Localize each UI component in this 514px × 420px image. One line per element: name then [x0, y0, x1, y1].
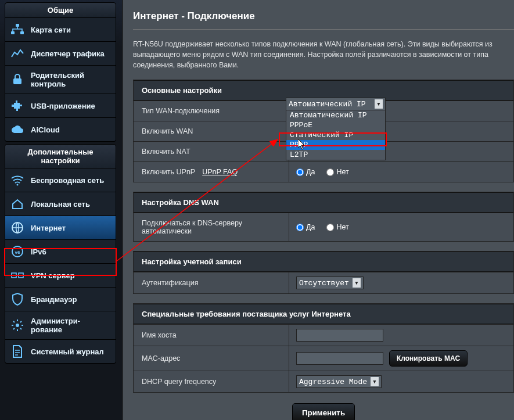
sidebar-item-label: Локальная сеть	[31, 200, 111, 209]
sidebar-item-label: Брандмауэр	[31, 295, 111, 304]
wan-type-dropdown[interactable]: Автоматический IP ▾ Автоматический IP PP…	[286, 98, 386, 160]
wan-type-selected[interactable]: Автоматический IP ▾	[286, 98, 386, 110]
sidebar-item-label: Интернет	[31, 224, 111, 232]
sidebar-item-admin[interactable]: Администри-рование	[5, 311, 116, 340]
vpn-icon	[10, 269, 25, 282]
sidebar-item-label: Карта сети	[31, 26, 111, 34]
gear-icon	[10, 319, 25, 332]
network-map-icon	[10, 23, 25, 36]
radio-label: Да	[306, 168, 315, 176]
option-auto-ip[interactable]: Автоматический IP	[286, 110, 385, 120]
globe-icon	[10, 221, 25, 234]
section-dns: Настройка DNS WAN	[134, 192, 513, 213]
radio-label: Нет	[336, 223, 348, 231]
cloud-icon	[10, 123, 25, 136]
section-acct: Настройка учетной записи	[134, 252, 513, 272]
sidebar-item-parental-control[interactable]: Родительский контроль	[5, 66, 116, 94]
clone-mac-button[interactable]: Клонировать MAC	[389, 350, 468, 367]
svg-point-4	[17, 184, 19, 186]
wan-type-options: Автоматический IP PPPoE Статический IP P…	[286, 110, 386, 160]
page-description: RT-N56U поддерживает несколько типов под…	[133, 30, 514, 80]
label-dns-auto: Подключаться к DNS-серверу автоматически	[134, 213, 289, 241]
sidebar-item-ipv6[interactable]: v6 IPv6	[5, 240, 116, 264]
sidebar-item-wireless[interactable]: Беспроводная сеть	[5, 168, 116, 192]
label-auth: Аутентификация	[134, 272, 289, 293]
svg-rect-1	[11, 31, 15, 34]
home-icon	[10, 198, 25, 210]
chevron-down-icon: ▾	[353, 278, 361, 288]
row-auth: Аутентификация Отсутствует ▾	[134, 272, 513, 293]
sidebar-item-label: IPv6	[31, 247, 111, 256]
traffic-icon	[10, 47, 25, 60]
shield-icon	[10, 293, 25, 306]
sidebar-item-label: USB-приложение	[31, 102, 111, 110]
upnp-faq-link[interactable]: UPnP FAQ	[202, 168, 238, 176]
sidebar-item-label: Диспетчер трафика	[31, 49, 111, 58]
radio-input[interactable]	[326, 168, 334, 176]
radio-upnp-no[interactable]: Нет	[326, 168, 348, 176]
radio-label: Да	[306, 223, 315, 231]
sidebar-item-network-map[interactable]: Карта сети	[5, 18, 116, 42]
sidebar-item-label: Беспроводная сеть	[31, 176, 111, 185]
sidebar-item-label: AiCloud	[31, 125, 111, 134]
radio-input[interactable]	[296, 224, 304, 231]
svg-rect-8	[12, 273, 16, 278]
svg-rect-3	[13, 78, 21, 84]
row-enable-upnp: Включить UPnP UPnP FAQ Да Нет	[134, 161, 513, 182]
chevron-down-icon: ▾	[375, 99, 383, 109]
hostname-input[interactable]	[296, 329, 383, 342]
auth-select-value: Отсутствует	[299, 279, 349, 288]
sidebar-item-lan[interactable]: Локальная сеть	[5, 192, 116, 216]
svg-rect-0	[16, 24, 19, 27]
sidebar-advanced-title: Дополнительные настройки	[5, 144, 116, 168]
option-pptp[interactable]: PPTP	[286, 140, 385, 150]
sidebar-item-vpn[interactable]: VPN сервер	[5, 264, 116, 288]
svg-rect-2	[20, 31, 24, 34]
label-enable-upnp: Включить UPnP	[142, 168, 195, 176]
section-isp: Специальные требования поставщика услуг …	[134, 304, 513, 324]
page-title: Интернет - Подключение	[133, 10, 514, 30]
chevron-down-icon: ▾	[371, 377, 379, 386]
apply-button[interactable]: Применить	[292, 403, 355, 420]
label-enable-wan: Включить WAN	[134, 121, 289, 141]
label-hostname: Имя хоста	[134, 325, 289, 346]
mac-input[interactable]	[296, 352, 383, 365]
sidebar-item-label: Системный журнал	[31, 347, 111, 356]
sidebar-item-label: Администри-рование	[31, 317, 111, 334]
svg-point-10	[16, 324, 19, 327]
wan-type-value: Автоматический IP	[289, 100, 366, 109]
radio-dns-no[interactable]: Нет	[326, 223, 348, 231]
sidebar-item-syslog[interactable]: Системный журнал	[5, 340, 116, 364]
sidebar: Общие Карта сети Диспетчер трафика Родит…	[5, 0, 116, 364]
document-icon	[10, 345, 25, 358]
sidebar-item-internet[interactable]: Интернет	[5, 216, 116, 240]
auth-select[interactable]: Отсутствует ▾	[296, 277, 364, 289]
label-wan-type: Тип WAN-подключения	[134, 101, 289, 121]
option-l2tp[interactable]: L2TP	[286, 150, 385, 160]
sidebar-item-label: Родительский контроль	[31, 71, 111, 88]
sidebar-item-traffic-manager[interactable]: Диспетчер трафика	[5, 42, 116, 66]
sidebar-item-aicloud[interactable]: AiCloud	[5, 118, 116, 142]
svg-text:v6: v6	[15, 250, 20, 255]
content-pane: Интернет - Подключение RT-N56U поддержив…	[122, 0, 514, 420]
svg-rect-9	[19, 273, 23, 278]
radio-dns-yes[interactable]: Да	[296, 223, 315, 231]
radio-label: Нет	[336, 168, 348, 176]
option-pppoe[interactable]: PPPoE	[286, 120, 385, 130]
dhcp-freq-select[interactable]: Aggressive Mode ▾	[296, 375, 382, 388]
sidebar-item-label: VPN сервер	[31, 271, 111, 280]
option-static-ip[interactable]: Статический IP	[286, 130, 385, 140]
lock-icon	[10, 73, 25, 86]
radio-input[interactable]	[296, 168, 304, 176]
row-dhcp-freq: DHCP query frequency Aggressive Mode ▾	[134, 371, 513, 392]
radio-upnp-yes[interactable]: Да	[296, 168, 315, 176]
sidebar-item-firewall[interactable]: Брандмауэр	[5, 288, 116, 311]
label-dhcp-freq: DHCP query frequency	[134, 371, 289, 392]
row-dns-auto: Подключаться к DNS-серверу автоматически…	[134, 213, 513, 241]
sidebar-general-title: Общие	[5, 2, 116, 18]
sidebar-item-usb-app[interactable]: USB-приложение	[5, 94, 116, 118]
wifi-icon	[10, 174, 25, 186]
plugin-icon	[10, 99, 25, 112]
label-mac: MAC-адрес	[134, 346, 289, 371]
radio-input[interactable]	[326, 224, 334, 231]
